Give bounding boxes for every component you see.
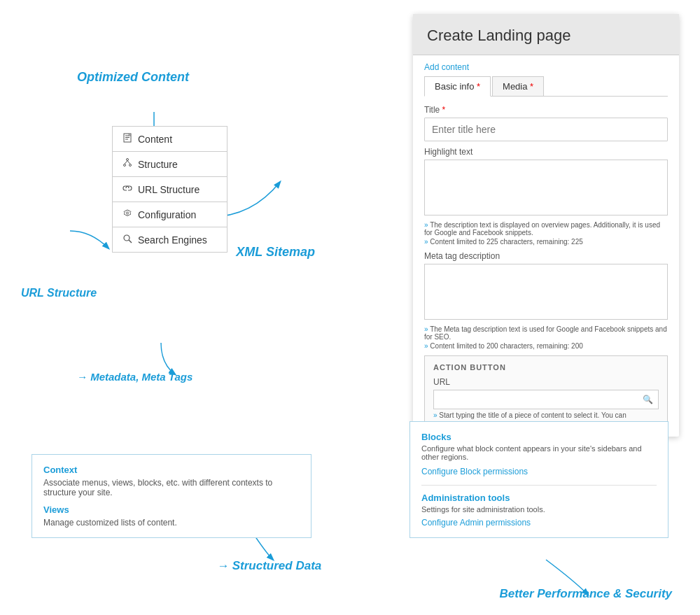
menu-item-structure[interactable]: Structure [112,151,227,176]
url-hint: Start typing the title of a piece of con… [433,411,659,419]
menu-item-search-label: Search Engines [138,234,207,246]
optimized-content-label: Optimized Content [77,70,189,85]
tab-basic-info[interactable]: Basic info * [424,76,491,97]
menu-item-content-label: Content [138,134,172,145]
admin-title: Administration tools [421,485,657,503]
admin-description: Settings for site administration tools. [421,505,657,514]
highlight-hint2: Content limited to 225 characters, remai… [424,238,668,246]
svg-point-11 [124,235,130,241]
svg-point-6 [124,164,126,167]
svg-line-8 [125,161,127,164]
blocks-box: Blocks Configure what block content appe… [410,421,668,538]
better-perf-label: Better Performance & Security [499,587,672,601]
highlight-textarea[interactable] [424,160,668,215]
admin-link[interactable]: Configure Admin permissions [421,518,657,528]
url-label: URL [433,377,659,387]
meta-textarea[interactable] [424,264,668,320]
action-button-section: ACTION BUTTON URL 🔍 Start typing the tit… [424,355,668,425]
menu-item-url-label: URL Structure [138,184,200,195]
title-field-label: Title * [424,105,668,115]
config-icon [122,208,132,220]
context-title: Context [43,465,300,475]
tab-media[interactable]: Media * [492,76,544,96]
context-box: Context Associate menus, views, blocks, … [31,454,312,538]
content-icon [122,133,132,145]
svg-point-10 [127,212,129,214]
url-search-icon: 🔍 [643,395,653,404]
xml-sitemap-label: XML Sitemap [236,245,315,260]
menu-item-configuration[interactable]: Configuration [112,202,227,227]
meta-hint2: Content limited to 200 characters, remai… [424,342,668,350]
meta-label: Meta tag description [424,251,668,261]
svg-point-5 [127,159,129,161]
meta-hint1: The Meta tag description text is used fo… [424,325,668,341]
highlight-label: Highlight text [424,147,668,157]
tab-media-label: Media [503,81,527,92]
panel-header: Create Landing page [413,14,679,55]
url-icon [122,183,132,195]
tab-basic-info-required: * [474,81,480,92]
search-icon [122,234,132,246]
menu-item-url-structure[interactable]: URL Structure [112,176,227,202]
tabs-container: Basic info * Media * [424,76,668,97]
blocks-description: Configure what block content appears in … [421,444,657,461]
menu-item-structure-label: Structure [138,159,178,170]
create-landing-panel: Create Landing page Add content Basic in… [413,14,679,437]
menu-item-content[interactable]: Content [112,126,227,151]
menu-stack: Content Structure URL Structure Configur… [112,126,227,253]
metadata-label: → Metadata, Meta Tags [77,371,192,383]
structure-icon [122,158,132,170]
panel-title: Create Landing page [427,27,665,45]
panel-body: Add content Basic info * Media * Title *… [413,55,679,437]
views-title: Views [43,504,300,515]
svg-point-7 [130,164,132,167]
structured-data-label: → Structured Data [217,559,321,573]
context-description: Associate menus, views, blocks, etc. wit… [43,478,300,497]
title-input[interactable] [424,118,668,141]
svg-line-12 [129,240,132,243]
add-content-label: Add content [424,62,668,72]
tab-media-required: * [527,81,533,92]
highlight-hint1: The description text is displayed on ove… [424,221,668,236]
action-button-title: ACTION BUTTON [433,363,659,372]
blocks-title: Blocks [421,432,657,442]
views-description: Manage customized lists of content. [43,518,300,528]
url-input-wrapper: 🔍 [433,390,659,409]
url-structure-label: URL Structure [21,287,97,299]
svg-line-9 [127,161,130,164]
url-input[interactable] [433,390,659,409]
menu-item-config-label: Configuration [138,209,196,220]
blocks-link[interactable]: Configure Block permissions [421,467,657,476]
tab-basic-info-label: Basic info [435,81,474,92]
menu-item-search-engines[interactable]: Search Engines [112,227,227,253]
